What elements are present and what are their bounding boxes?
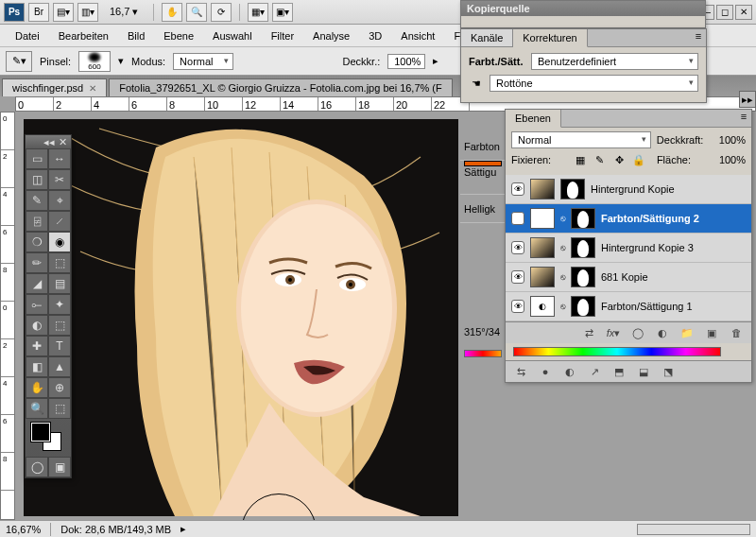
lock-paint-icon[interactable]: ✎ xyxy=(593,153,606,166)
mask-icon[interactable]: ◯ xyxy=(630,326,645,339)
layer-row[interactable]: 👁◐⎋Farbton/Sättigung 2 xyxy=(506,204,751,234)
tool-8[interactable]: ❍ xyxy=(26,232,48,252)
tool-15[interactable]: ✦ xyxy=(48,294,71,315)
arrange-icon[interactable]: ▦▾ xyxy=(248,3,268,22)
screenmode-icon[interactable]: ▣ xyxy=(48,457,71,477)
link-icon[interactable]: ⇄ xyxy=(581,326,596,339)
lock-move-icon[interactable]: ✥ xyxy=(612,153,626,166)
adj-footer-icon-2[interactable]: ◐ xyxy=(562,365,577,378)
tool-18[interactable]: ✚ xyxy=(26,336,48,356)
adj-footer-icon-5[interactable]: ⬓ xyxy=(636,365,651,378)
adj-footer-icon-4[interactable]: ⬒ xyxy=(611,365,627,378)
tool-23[interactable]: ⊕ xyxy=(48,377,71,398)
mask-thumb[interactable] xyxy=(571,208,595,229)
brush-dropdown-icon[interactable]: ▾ xyxy=(118,55,124,67)
tool-5[interactable]: ⌖ xyxy=(48,190,71,211)
visibility-icon[interactable]: 👁 xyxy=(511,212,524,225)
new-layer-icon[interactable]: ▣ xyxy=(704,326,719,339)
layer-row[interactable]: 👁Hintergrund Kopie xyxy=(506,175,751,204)
foreground-color[interactable] xyxy=(31,423,50,442)
channel-select[interactable]: Rottöne xyxy=(490,75,698,92)
status-arrow-icon[interactable]: ▸ xyxy=(180,523,186,535)
quickmask-icon[interactable]: ◯ xyxy=(26,457,48,477)
adj-footer-icon-3[interactable]: ↗ xyxy=(587,365,602,378)
menu-bild[interactable]: Bild xyxy=(120,27,152,44)
tab-fotolia[interactable]: Fotolia_3792651_XL © Giorgio Gruizza - F… xyxy=(109,78,453,96)
tool-17[interactable]: ⬚ xyxy=(48,315,71,336)
lock-transparent-icon[interactable]: ▦ xyxy=(574,153,587,166)
adj-footer-icon-1[interactable]: ● xyxy=(538,365,553,378)
lock-all-icon[interactable]: 🔒 xyxy=(631,153,644,166)
opacity-slider-icon[interactable]: ▸ xyxy=(433,55,438,67)
visibility-icon[interactable]: 👁 xyxy=(511,182,524,196)
fill-input[interactable]: 100% xyxy=(719,154,746,165)
rotate-view-icon[interactable]: ⟳ xyxy=(211,3,232,22)
layer-row[interactable]: 👁◐⎋Farbton/Sättigung 1 xyxy=(506,292,751,321)
visibility-icon[interactable]: 👁 xyxy=(511,241,524,254)
tool-0[interactable]: ▭ xyxy=(26,148,48,169)
toolbox-collapse-icon[interactable]: ◂◂ xyxy=(43,136,55,148)
close-button[interactable]: ✕ xyxy=(735,5,752,20)
preset-select[interactable]: Benutzerdefiniert xyxy=(531,53,698,70)
menu-ansicht[interactable]: Ansicht xyxy=(393,27,442,44)
layers-menu-icon[interactable]: ≡ xyxy=(736,110,751,123)
tab-kanaele[interactable]: Kanäle xyxy=(461,29,513,46)
visibility-icon[interactable]: 👁 xyxy=(511,300,524,313)
opacity-input[interactable]: 100% xyxy=(387,54,425,69)
tool-10[interactable]: ✏ xyxy=(26,252,48,273)
filmstrip-icon[interactable]: ▥▾ xyxy=(77,3,98,22)
fx-icon[interactable]: fx▾ xyxy=(606,326,621,339)
layer-row[interactable]: 👁⎋681 Kopie xyxy=(506,263,751,292)
mask-thumb[interactable] xyxy=(571,267,595,287)
toolbox-close-icon[interactable]: ✕ xyxy=(59,136,67,148)
tool-6[interactable]: ⍯ xyxy=(26,211,48,232)
zoom-tool-icon[interactable]: 🔍 xyxy=(186,3,207,22)
panel-menu-icon[interactable]: ≡ xyxy=(691,29,706,43)
doc-icon[interactable]: ▤▾ xyxy=(53,3,74,22)
adjustment-icon[interactable]: ◐ xyxy=(655,326,670,339)
scrollbar-h[interactable] xyxy=(637,524,750,535)
tool-3[interactable]: ✂ xyxy=(48,169,71,190)
adj-footer-icon-0[interactable]: ⇆ xyxy=(513,365,528,378)
tool-11[interactable]: ⬚ xyxy=(48,252,71,273)
screen-mode-icon[interactable]: ▣▾ xyxy=(272,3,293,22)
menu-analyse[interactable]: Analyse xyxy=(305,27,357,44)
expand-panels-icon[interactable]: ▸▸ xyxy=(739,91,756,108)
mask-thumb[interactable] xyxy=(560,179,585,199)
tool-7[interactable]: ⟋ xyxy=(48,211,71,232)
tool-16[interactable]: ◐ xyxy=(26,315,48,336)
tool-24[interactable]: 🔍 xyxy=(26,398,48,419)
mask-thumb[interactable] xyxy=(571,296,595,317)
tool-2[interactable]: ◫ xyxy=(26,169,48,190)
clone-source-title[interactable]: Kopierquelle xyxy=(461,1,705,16)
finger-icon[interactable]: ☚ xyxy=(469,77,484,90)
menu-auswahl[interactable]: Auswahl xyxy=(205,27,260,44)
layer-row[interactable]: 👁⎋Hintergrund Kopie 3 xyxy=(506,234,751,263)
visibility-icon[interactable]: 👁 xyxy=(511,270,524,284)
bridge-icon[interactable]: Br xyxy=(28,3,49,22)
tool-9[interactable]: ◉ xyxy=(48,232,71,252)
status-zoom[interactable]: 16,67% xyxy=(6,524,41,535)
menu-datei[interactable]: Datei xyxy=(8,27,47,44)
tool-19[interactable]: T xyxy=(48,336,71,356)
tool-12[interactable]: ◢ xyxy=(26,273,48,294)
adj-footer-icon-6[interactable]: ⬔ xyxy=(661,365,676,378)
tool-preset-icon[interactable]: ✎▾ xyxy=(6,51,32,72)
hand-tool-icon[interactable]: ✋ xyxy=(162,3,182,22)
menu-filter[interactable]: Filter xyxy=(264,27,301,44)
layer-opacity-input[interactable]: 100% xyxy=(719,134,746,146)
brush-preview[interactable]: 600 xyxy=(78,51,111,72)
tab-korrekturen[interactable]: Korrekturen xyxy=(513,29,587,47)
tab-wischfinger[interactable]: wischfinger.psd✕ xyxy=(2,78,107,96)
menu-ebene[interactable]: Ebene xyxy=(156,27,201,44)
tool-21[interactable]: ▲ xyxy=(48,356,71,377)
layer-blend-select[interactable]: Normal xyxy=(511,131,651,148)
tool-4[interactable]: ✎ xyxy=(26,190,48,211)
tool-22[interactable]: ✋ xyxy=(26,377,48,398)
mask-thumb[interactable] xyxy=(571,237,595,258)
maximize-button[interactable]: ◻ xyxy=(716,5,733,20)
folder-icon[interactable]: 📁 xyxy=(679,326,695,339)
menu-3d[interactable]: 3D xyxy=(361,27,389,44)
tool-14[interactable]: ⟜ xyxy=(26,294,48,315)
tool-1[interactable]: ↔ xyxy=(48,148,71,169)
